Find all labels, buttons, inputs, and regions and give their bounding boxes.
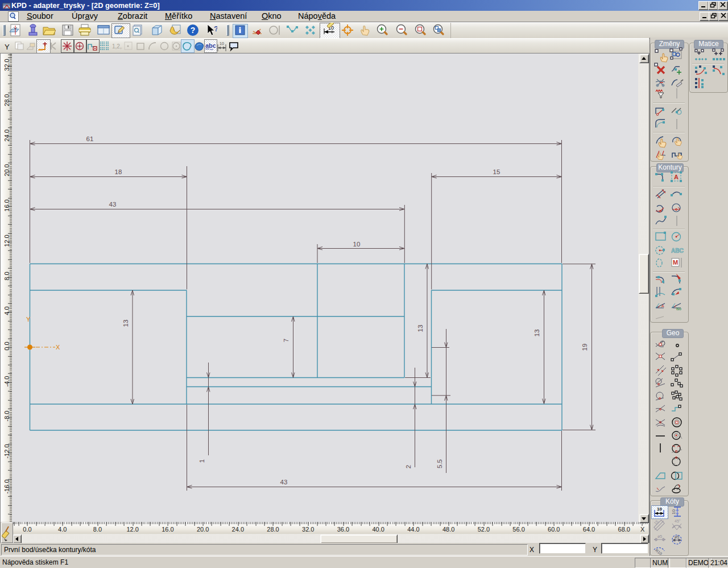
svg-text:5.5: 5.5 bbox=[436, 459, 443, 468]
svg-text:abc: abc bbox=[205, 42, 216, 49]
svg-text:19: 19 bbox=[581, 344, 588, 351]
svg-text:15: 15 bbox=[493, 168, 500, 175]
svg-text:iso: iso bbox=[676, 307, 681, 311]
svg-text:A: A bbox=[674, 174, 679, 180]
svg-text:2: 2 bbox=[405, 465, 412, 468]
svg-text:18: 18 bbox=[115, 168, 122, 175]
svg-text:ø5: ø5 bbox=[657, 534, 662, 538]
svg-text:10: 10 bbox=[353, 241, 361, 248]
svg-text:Y: Y bbox=[26, 316, 31, 323]
svg-text:13: 13 bbox=[417, 325, 424, 332]
svg-text:45°: 45° bbox=[675, 519, 681, 523]
svg-text:43: 43 bbox=[109, 201, 117, 208]
svg-text:13: 13 bbox=[122, 320, 129, 327]
svg-text:13: 13 bbox=[533, 330, 540, 337]
svg-text:10: 10 bbox=[657, 507, 662, 512]
svg-text:M: M bbox=[673, 259, 678, 266]
svg-text:1,2,..: 1,2,.. bbox=[112, 43, 122, 50]
svg-text:ABC: ABC bbox=[671, 248, 684, 254]
svg-text:1: 1 bbox=[198, 459, 205, 463]
svg-text:?: ? bbox=[214, 24, 217, 33]
svg-text:10: 10 bbox=[671, 509, 676, 515]
svg-text:15: 15 bbox=[653, 519, 659, 525]
svg-text:X: X bbox=[56, 344, 60, 351]
svg-text:61: 61 bbox=[86, 135, 94, 142]
svg-text:ø5: ø5 bbox=[675, 535, 679, 539]
svg-text:43: 43 bbox=[280, 479, 288, 485]
svg-text:R10: R10 bbox=[655, 548, 663, 555]
svg-text:10: 10 bbox=[220, 42, 224, 46]
svg-text:7: 7 bbox=[283, 339, 289, 342]
svg-text:?: ? bbox=[191, 26, 196, 35]
svg-text:A: A bbox=[661, 304, 664, 308]
